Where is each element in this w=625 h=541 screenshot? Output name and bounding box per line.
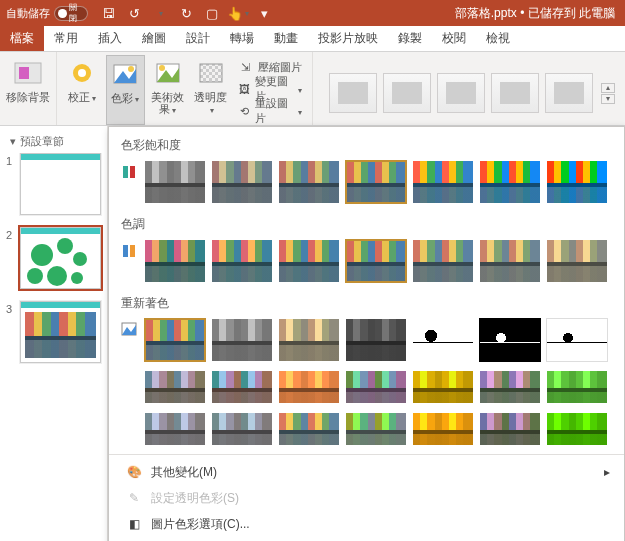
saturation-option[interactable]	[211, 160, 273, 204]
recolor-option[interactable]	[278, 370, 340, 404]
picture-styles-gallery[interactable]: ▴▾	[319, 55, 619, 125]
artistic-icon	[152, 57, 184, 89]
undo-icon[interactable]: ↺	[126, 5, 142, 21]
tone-option[interactable]	[144, 239, 206, 283]
gallery-scroller[interactable]: ▴▾	[601, 83, 615, 104]
toggle-pill[interactable]: 關閉	[54, 6, 88, 21]
recolor-option[interactable]	[278, 318, 340, 362]
style-preset[interactable]	[491, 73, 539, 113]
qat-customize-icon[interactable]: ▾	[256, 5, 272, 21]
save-icon[interactable]: 🖫	[100, 5, 116, 21]
quick-access-toolbar: 🖫 ↺ ↻ ▢ 👆 ▾	[100, 5, 272, 21]
recolor-option[interactable]	[345, 412, 407, 446]
picture-color-options-button[interactable]: ◧ 圖片色彩選項(C)...	[121, 511, 618, 537]
autosave-toggle[interactable]: 自動儲存 關閉	[6, 6, 88, 21]
tab-transition[interactable]: 轉場	[220, 26, 264, 51]
ribbon: 移除背景 校正 色彩 美術效果 透明度 ⇲壓縮圖片 🖼變更圖片 ⟲重設圖片	[0, 52, 625, 126]
recolor-option[interactable]	[211, 412, 273, 446]
recolor-option[interactable]	[144, 318, 206, 362]
svg-point-3	[78, 69, 86, 77]
color-icon	[109, 58, 141, 90]
recolor-option[interactable]	[412, 370, 474, 404]
reset-pic-icon: ⟲	[238, 103, 251, 119]
recolor-option[interactable]	[211, 318, 273, 362]
style-preset[interactable]	[545, 73, 593, 113]
recolor-option[interactable]	[412, 412, 474, 446]
tab-draw[interactable]: 繪圖	[132, 26, 176, 51]
tone-heading: 色調	[119, 212, 620, 239]
slide-thumb-3[interactable]	[20, 301, 101, 363]
tab-insert[interactable]: 插入	[88, 26, 132, 51]
saturation-heading: 色彩飽和度	[119, 133, 620, 160]
svg-point-9	[159, 65, 165, 71]
svg-rect-16	[130, 245, 135, 257]
reset-picture-button[interactable]: ⟲重設圖片	[234, 101, 306, 121]
section-header[interactable]: ▾預設章節	[0, 126, 107, 153]
recolor-heading: 重新著色	[119, 291, 620, 318]
recolor-option[interactable]	[479, 370, 541, 404]
tone-option[interactable]	[345, 239, 407, 283]
recolor-option[interactable]	[412, 318, 474, 362]
tab-design[interactable]: 設計	[176, 26, 220, 51]
remove-background-button[interactable]: 移除背景	[6, 55, 50, 125]
transparency-button[interactable]: 透明度	[191, 55, 230, 125]
tone-option[interactable]	[211, 239, 273, 283]
undo-dropdown-icon[interactable]	[152, 5, 168, 21]
saturation-option[interactable]	[412, 160, 474, 204]
ribbon-tabs: 檔案 常用 插入 繪圖 設計 轉場 動畫 投影片放映 錄製 校閱 檢視	[0, 26, 625, 52]
recolor-option[interactable]	[546, 318, 608, 362]
workspace: ▾預設章節 1 2 3	[0, 126, 625, 541]
tone-option[interactable]	[278, 239, 340, 283]
recolor-option[interactable]	[479, 412, 541, 446]
tone-option[interactable]	[479, 239, 541, 283]
recolor-option[interactable]	[345, 318, 407, 362]
recolor-option[interactable]	[345, 370, 407, 404]
saturation-option[interactable]	[345, 160, 407, 204]
recolor-option[interactable]	[211, 370, 273, 404]
slide-number: 1	[6, 153, 16, 215]
style-preset[interactable]	[437, 73, 485, 113]
tab-file[interactable]: 檔案	[0, 26, 44, 51]
tone-option[interactable]	[412, 239, 474, 283]
tab-animation[interactable]: 動畫	[264, 26, 308, 51]
style-preset[interactable]	[329, 73, 377, 113]
redo-icon[interactable]: ↻	[178, 5, 194, 21]
recolor-option[interactable]	[546, 412, 608, 446]
style-preset[interactable]	[383, 73, 431, 113]
saturation-indicator-icon	[119, 160, 139, 204]
slide-panel: ▾預設章節 1 2 3	[0, 126, 108, 541]
recolor-option[interactable]	[479, 318, 541, 362]
corrections-icon	[66, 57, 98, 89]
touch-mode-icon[interactable]: 👆	[230, 5, 246, 21]
eyedropper-icon: ✎	[125, 489, 143, 507]
tab-review[interactable]: 校閱	[432, 26, 476, 51]
more-variations-button[interactable]: 🎨 其他變化(M) ▸	[121, 459, 618, 485]
svg-rect-12	[200, 64, 222, 82]
format-picture-icon: ◧	[125, 515, 143, 533]
tab-slideshow[interactable]: 投影片放映	[308, 26, 388, 51]
recolor-option[interactable]	[144, 370, 206, 404]
present-icon[interactable]: ▢	[204, 5, 220, 21]
slide-number: 2	[6, 227, 16, 289]
saturation-option[interactable]	[144, 160, 206, 204]
recolor-option[interactable]	[278, 412, 340, 446]
remove-bg-icon	[12, 57, 44, 89]
color-button[interactable]: 色彩	[106, 55, 145, 125]
svg-rect-1	[19, 67, 29, 79]
tone-option[interactable]	[546, 239, 608, 283]
recolor-option[interactable]	[546, 370, 608, 404]
color-dropdown: 色彩飽和度 色調 重新著色	[108, 126, 625, 541]
tab-record[interactable]: 錄製	[388, 26, 432, 51]
artistic-effects-button[interactable]: 美術效果	[149, 55, 188, 125]
tab-home[interactable]: 常用	[44, 26, 88, 51]
saturation-option[interactable]	[278, 160, 340, 204]
svg-rect-13	[123, 166, 128, 178]
tab-view[interactable]: 檢視	[476, 26, 520, 51]
saturation-option[interactable]	[479, 160, 541, 204]
slide-thumb-2[interactable]	[20, 227, 101, 289]
saturation-option[interactable]	[546, 160, 608, 204]
tone-indicator-icon	[119, 239, 139, 283]
slide-thumb-1[interactable]	[20, 153, 101, 215]
corrections-button[interactable]: 校正	[63, 55, 102, 125]
recolor-option[interactable]	[144, 412, 206, 446]
